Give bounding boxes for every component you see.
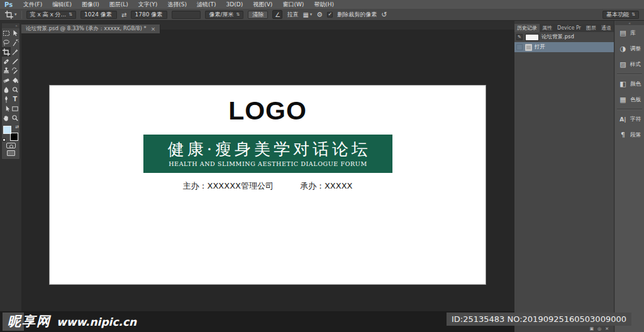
paint-bucket-tool[interactable] [11,75,19,85]
workspace-dropdown[interactable]: 基本功能 ⇅ [602,11,639,19]
dock-item-adjustments[interactable]: ◑ 调整 [615,41,644,57]
eraser-tool[interactable] [2,75,11,85]
overlay-options-dropdown[interactable]: ▦ ▾ [303,11,312,18]
menu-edit[interactable]: 编辑(E) [47,1,77,9]
menu-view[interactable]: 视图(V) [248,1,277,9]
lasso-icon [3,39,10,47]
menu-window[interactable]: 窗口(W) [277,1,309,9]
canvas-area[interactable]: LOGO 健康·瘦身美学对话论坛 HEALTH AND SLIMMING AES… [21,30,514,332]
design-banner: 健康·瘦身美学对话论坛 HEALTH AND SLIMMING AESTHETI… [143,135,392,173]
zoom-icon [11,114,19,122]
document-tab[interactable]: 论坛背景.psd @ 8.33% (承办：xxxxx, RGB/8) * × [21,25,160,33]
default-colors-icon[interactable] [3,138,6,141]
tab-device-preview[interactable]: Device Pr [555,24,584,32]
zoom-tool[interactable] [11,113,19,123]
brush-tool[interactable] [11,57,19,66]
dock-item-libraries[interactable]: ▤ 库 [615,25,644,41]
crop-tool[interactable] [2,47,11,57]
artboard[interactable]: LOGO 健康·瘦身美学对话论坛 HEALTH AND SLIMMING AES… [49,85,486,285]
path-selection-tool[interactable] [2,104,11,113]
dock-item-swatches[interactable]: ▦ 色板 [615,92,644,108]
marquee-icon [3,30,10,37]
lasso-tool[interactable] [2,38,11,47]
foreground-color-swatch[interactable] [3,126,11,134]
clone-stamp-icon [3,67,10,75]
history-source-checkbox[interactable] [516,44,523,50]
watermark-site-url: www.nipic.cn [57,316,136,328]
healing-brush-icon [3,58,10,65]
crop-height-field[interactable]: 1780 像素 [131,11,167,19]
delete-state-icon[interactable]: ✕ [605,326,609,331]
history-brush-source-icon[interactable]: ✎ [516,34,523,40]
panel-dock: « ▤ 库 ◑ 调整 ▨ 样式 ◧ 颜色 ▦ 色板 A| 字符 ¶ 段落 [615,21,644,332]
menu-select[interactable]: 选择(S) [162,1,192,9]
clear-button[interactable]: 清除 [248,11,268,19]
dock-item-character[interactable]: A| 字符 [615,111,644,127]
pen-tool[interactable] [2,94,11,104]
grid-overlay-icon: ▦ [303,11,308,18]
dock-item-paragraph[interactable]: ¶ 段落 [615,127,644,143]
resolution-field[interactable] [172,11,201,19]
rectangular-marquee-tool[interactable] [2,28,11,38]
eyedropper-tool[interactable] [11,47,19,57]
libraries-icon: ▤ [619,29,627,37]
tab-channels[interactable]: 通道 [599,24,614,32]
tools-rail: » T ⇄ [0,21,21,332]
swap-colors-icon[interactable]: ⇄ [15,124,19,130]
organizer-line: 承办：XXXXX [300,180,353,192]
resolution-unit-dropdown[interactable]: 像素/厘米 ⇅ [205,11,243,19]
dodge-icon [11,86,19,94]
close-icon[interactable]: × [151,26,156,32]
crop-settings-gear-icon[interactable]: ⚙ [316,11,323,19]
swap-dimensions-icon[interactable]: ⇄ [121,11,126,18]
clone-stamp-tool[interactable] [2,66,11,75]
panel-tabs: 历史记录 属性 Device Pr 图层 通道 路径 ▾≡ [514,24,614,32]
history-step-open[interactable]: 打开 [514,42,614,52]
rectangle-shape-tool[interactable] [11,104,19,113]
screen-mode-button[interactable] [7,150,15,156]
tool-grid: T [2,28,19,123]
right-panel-area: 历史记录 属性 Device Pr 图层 通道 路径 ▾≡ ✎ 论坛背景.psd… [514,21,644,332]
blur-tool[interactable] [2,85,11,94]
menu-bar: Ps 文件(F) 编辑(E) 图像(I) 图层(L) 文字(Y) 选择(S) 滤… [0,0,644,9]
quick-mask-button[interactable] [6,143,16,148]
history-snapshot-row[interactable]: ✎ 论坛背景.psd [514,32,614,42]
new-snapshot-icon[interactable]: ◎ [597,326,601,331]
collapse-dock-icon[interactable]: « [615,21,644,25]
tab-layers[interactable]: 图层 [584,24,599,32]
menu-image[interactable]: 图像(I) [77,1,104,9]
straighten-label[interactable]: 拉直 [287,11,298,19]
dock-item-color[interactable]: ◧ 颜色 [615,76,644,92]
collapse-tools-icon[interactable]: » [2,23,19,28]
move-tool[interactable] [11,28,19,38]
menu-layer[interactable]: 图层(L) [104,1,133,9]
delete-cropped-checkbox[interactable]: ✓ [327,12,333,18]
straighten-icon[interactable]: ∠ [272,10,282,19]
crop-width-field[interactable]: 1024 像素 [80,11,117,19]
tab-history[interactable]: 历史记录 [514,24,540,32]
adjustments-icon: ◑ [619,45,627,53]
crop-preset-dropdown[interactable]: 宽 x 高 x 分... ⇅ [26,11,77,19]
reset-tool-icon[interactable]: ↺ [381,11,387,19]
menu-3d[interactable]: 3D(D) [221,1,248,8]
stock-id-badge: ID:25135483 NO:20190925160503009000 [447,313,631,326]
tab-properties[interactable]: 属性 [540,24,555,32]
new-document-from-state-icon[interactable]: ▣ [589,326,594,331]
magic-wand-tool[interactable] [11,38,19,47]
history-brush-tool[interactable] [11,66,19,75]
menu-help[interactable]: 帮助(H) [309,1,339,9]
menu-filter[interactable]: 滤镜(T) [192,1,221,9]
delete-cropped-label: 删除裁剪的像素 [337,11,377,19]
watermark-bar: 昵享网 www.nipic.cn [0,311,514,332]
dodge-tool[interactable] [11,85,19,94]
type-tool[interactable]: T [11,94,19,104]
type-tool-icon: T [13,96,18,102]
menu-type[interactable]: 文字(Y) [133,1,163,9]
dock-item-styles[interactable]: ▨ 样式 [615,57,644,72]
current-tool-chip[interactable]: ▾ [5,11,17,19]
spot-healing-brush-tool[interactable] [2,57,11,66]
styles-icon: ▨ [619,60,627,69]
menu-file[interactable]: 文件(F) [18,1,47,9]
magic-wand-icon [11,39,19,47]
hand-tool[interactable] [2,113,11,123]
